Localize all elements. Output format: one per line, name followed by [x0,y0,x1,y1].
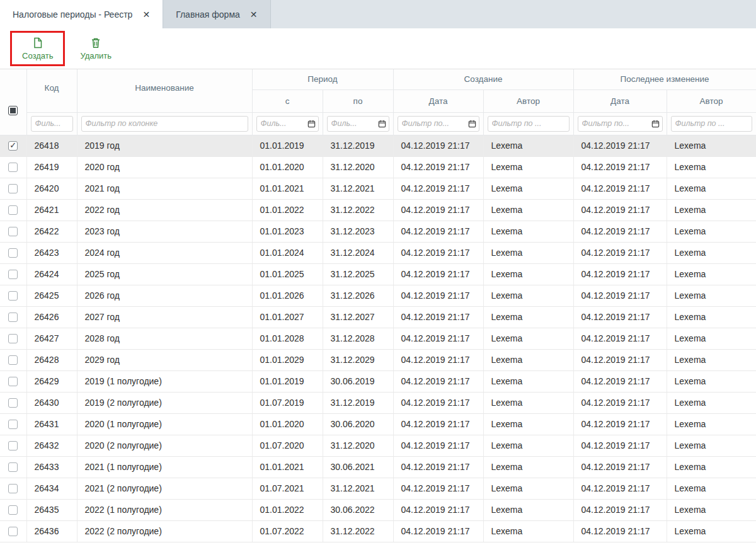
cell-modified-author: Lexema [667,435,756,456]
cell-created-author: Lexema [483,178,573,199]
column-header-from[interactable]: с [252,89,323,112]
cell-period-to: 31.12.2028 [323,328,393,349]
delete-button[interactable]: Удалить [74,34,118,63]
filter-input-created-date[interactable] [398,116,479,132]
row-checkbox-cell [0,328,26,349]
row-checkbox[interactable] [8,334,18,343]
cell-code: 26436 [26,520,77,542]
tab-main-form[interactable]: Главная форма ✕ [163,0,270,28]
row-checkbox[interactable] [8,205,18,215]
column-header-code[interactable]: Код [26,69,77,112]
filter-input-code[interactable] [31,116,73,132]
table-row[interactable]: 264242025 год01.01.202531.12.202504.12.2… [0,263,756,285]
row-checkbox[interactable] [8,141,18,151]
column-header-name[interactable]: Наименование [77,69,252,112]
calendar-icon[interactable] [468,120,476,128]
filter-input-modified-author[interactable] [671,116,752,132]
table-row[interactable]: 264182019 год01.01.201931.12.201904.12.2… [0,135,756,156]
cell-modified-author: Lexema [667,221,756,242]
row-checkbox[interactable] [8,355,18,365]
cell-name: 2025 год [77,263,252,285]
cell-name: 2019 год [77,135,252,156]
cell-period-from: 01.01.2023 [252,221,323,242]
cell-period-to: 31.12.2022 [323,520,393,542]
group-header-last-modified: Последнее изменение [573,69,756,89]
cell-modified-author: Lexema [667,156,756,178]
row-checkbox[interactable] [8,484,18,493]
table-row[interactable]: 264202021 год01.01.202131.12.202104.12.2… [0,178,756,199]
select-all-checkbox[interactable] [8,106,18,115]
cell-period-to: 30.06.2021 [323,456,393,478]
row-checkbox[interactable] [8,313,18,322]
cell-modified-author: Lexema [667,499,756,520]
row-checkbox[interactable] [8,398,18,408]
row-checkbox[interactable] [8,291,18,301]
cell-modified-author: Lexema [667,456,756,478]
cell-period-to: 31.12.2025 [323,263,393,285]
row-checkbox[interactable] [8,377,18,386]
cell-created-date: 04.12.2019 21:17 [393,306,483,328]
calendar-icon[interactable] [378,120,386,128]
cell-created-date: 04.12.2019 21:17 [393,370,483,392]
row-checkbox-cell [0,242,26,263]
filter-input-name[interactable] [81,116,248,132]
cell-modified-author: Lexema [667,199,756,221]
table-row[interactable]: 264292019 (1 полугодие)01.01.201930.06.2… [0,370,756,392]
row-checkbox[interactable] [8,227,18,236]
table-row[interactable]: 264362022 (2 полугодие)01.07.202231.12.2… [0,520,756,542]
table-row[interactable]: 264262027 год01.01.202731.12.202704.12.2… [0,306,756,328]
cell-code: 26428 [26,349,77,370]
row-checkbox[interactable] [8,505,18,515]
row-checkbox[interactable] [8,184,18,193]
row-checkbox[interactable] [8,527,18,536]
filter-box [256,116,319,132]
table-row[interactable]: 264312020 (1 полугодие)01.01.202030.06.2… [0,413,756,435]
column-header-to[interactable]: по [323,89,393,112]
cell-period-from: 01.01.2028 [252,328,323,349]
cell-created-date: 04.12.2019 21:17 [393,221,483,242]
row-checkbox[interactable] [8,441,18,450]
table-row[interactable]: 264272028 год01.01.202831.12.202804.12.2… [0,328,756,349]
table-row[interactable]: 264252026 год01.01.202631.12.202604.12.2… [0,285,756,306]
table-row[interactable]: 264232024 год01.01.202431.12.202404.12.2… [0,242,756,263]
table-row[interactable]: 264322020 (2 полугодие)01.07.202031.12.2… [0,435,756,456]
cell-name: 2020 (2 полугодие) [77,435,252,456]
table-row[interactable]: 264302019 (2 полугодие)01.07.201931.12.2… [0,392,756,413]
calendar-icon[interactable] [307,120,316,128]
cell-modified-date: 04.12.2019 21:17 [573,135,667,156]
table-row[interactable]: 264222023 год01.01.202331.12.202304.12.2… [0,221,756,242]
column-header-created-date[interactable]: Дата [393,89,483,112]
table-row[interactable]: 264352022 (1 полугодие)01.01.202230.06.2… [0,499,756,520]
cell-period-from: 01.07.2022 [252,520,323,542]
filter-input-created-author[interactable] [488,116,570,132]
close-icon[interactable]: ✕ [250,10,258,19]
tab-tax-periods-registry[interactable]: Налоговые периоды - Реестр ✕ [0,0,163,28]
cell-created-date: 04.12.2019 21:17 [393,413,483,435]
column-header-modified-author[interactable]: Автор [667,89,756,112]
filter-input-modified-date[interactable] [578,116,663,132]
table-row[interactable]: 264332021 (1 полугодие)01.01.202130.06.2… [0,456,756,478]
calendar-icon[interactable] [651,120,660,128]
row-checkbox[interactable] [8,248,18,258]
row-checkbox[interactable] [8,163,18,172]
column-header-modified-date[interactable]: Дата [573,89,667,112]
table-row[interactable]: 264342021 (2 полугодие)01.07.202131.12.2… [0,478,756,499]
cell-code: 26429 [26,370,77,392]
row-checkbox[interactable] [8,420,18,429]
filter-box [398,116,479,132]
cell-period-from: 01.01.2024 [252,242,323,263]
delete-button-label: Удалить [80,51,112,60]
cell-modified-author: Lexema [667,370,756,392]
cell-period-from: 01.01.2026 [252,285,323,306]
close-icon[interactable]: ✕ [142,10,150,19]
cell-period-from: 01.01.2019 [252,370,323,392]
column-header-created-author[interactable]: Автор [483,89,573,112]
create-button[interactable]: Создать [16,34,59,63]
table-row[interactable]: 264212022 год01.01.202231.12.202204.12.2… [0,199,756,221]
table-row[interactable]: 264282029 год01.01.202931.12.202904.12.2… [0,349,756,370]
table-row[interactable]: 264192020 год01.01.202031.12.202004.12.2… [0,156,756,178]
row-checkbox[interactable] [8,462,18,472]
row-checkbox[interactable] [8,270,18,279]
tab-bar: Налоговые периоды - Реестр ✕ Главная фор… [0,0,756,28]
cell-period-from: 01.07.2021 [252,478,323,499]
